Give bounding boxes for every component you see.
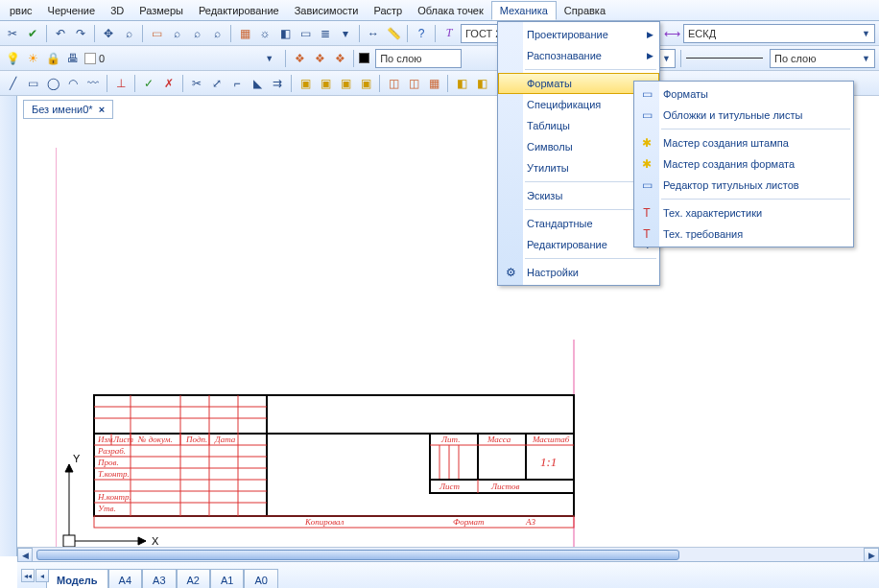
menu-edit[interactable]: Редактирование [191,2,287,19]
submenu-tech-specs[interactable]: TТех. характеристики [634,202,853,223]
menu-settings[interactable]: ⚙Настройки [498,262,659,283]
tool-image-icon[interactable]: ▭ [297,25,314,42]
solid1-icon[interactable]: ◧ [453,75,470,92]
tool-dimension-icon[interactable]: ⟷ [663,25,680,42]
tool-palette-icon[interactable]: ◧ [276,25,294,42]
layer-dropdown-arrow[interactable]: ▼ [261,49,280,68]
menu-design[interactable]: Проектирование▶ [498,24,659,45]
submenu-tech-reqs[interactable]: TТех. требования [634,223,853,245]
tab-nav-first[interactable]: ◂◂ [21,569,35,582]
svg-rect-1 [94,434,574,516]
tool-text-icon[interactable]: T [440,25,458,42]
menu-drawing[interactable]: Черчение [40,2,104,19]
menu-dimensions[interactable]: Размеры [131,2,191,19]
menu-service[interactable]: рвис [2,2,40,19]
draw-circle-icon[interactable]: ◯ [44,75,61,92]
submenu-covers[interactable]: ▭Обложки и титульные листы [634,105,853,126]
color-combo[interactable]: По слою [375,49,462,68]
menu-help[interactable]: Справка [557,2,613,19]
menu-3d[interactable]: 3D [103,2,131,19]
separator [359,25,360,42]
submenu-title-editor[interactable]: ▭Редактор титульных листов [634,175,853,196]
tab-nav-prev[interactable]: ◂ [36,569,49,582]
menu-recognition[interactable]: Распознавание▶ [498,45,659,66]
tool-sun-icon[interactable]: ☀ [24,50,41,67]
menu-constraints[interactable]: Зависимости [287,2,367,19]
tool-checkmark-icon[interactable]: ✔ [24,25,41,42]
edit-fillet-icon[interactable]: ⌐ [228,75,246,92]
view-box1-icon[interactable]: ▣ [297,75,314,92]
tool-layers2-icon[interactable]: ❖ [311,50,328,67]
tool-props-icon[interactable]: ☼ [256,25,273,42]
solid2-icon[interactable]: ◧ [473,75,490,92]
separator [435,25,436,42]
tool-print-icon[interactable]: 🖶 [64,50,82,67]
draw-axis-icon[interactable]: ⊥ [112,75,130,92]
block-icon[interactable]: ◫ [385,75,402,92]
scroll-thumb[interactable] [36,550,679,560]
draw-rect-icon[interactable]: ▭ [24,75,41,92]
tool-help-icon[interactable]: ? [413,25,430,42]
draw-polyline-icon[interactable]: 〰 [84,75,102,92]
tab-a0[interactable]: A0 [244,569,277,588]
separator [285,50,286,67]
tool-down-icon[interactable]: ▾ [337,25,354,42]
menu-mechanics[interactable]: Механика [491,1,557,20]
block2-icon[interactable]: ◫ [405,75,422,92]
view-box2-icon[interactable]: ▣ [317,75,334,92]
tool-zoom-icon[interactable]: ⌕ [168,25,185,42]
draw-line-icon[interactable]: ╱ [4,75,21,92]
menu-point-clouds[interactable]: Облака точек [410,2,491,19]
tool-measure-icon[interactable]: ↔ [365,25,382,42]
tool-redo-icon[interactable]: ↷ [72,25,89,42]
edit-chamfer-icon[interactable]: ◣ [249,75,266,92]
tool-zoom-in-icon[interactable]: ⌕ [208,25,226,42]
chevron-down-icon: ▼ [662,54,671,63]
tool-zoom-window-icon[interactable]: ▭ [148,25,165,42]
color-swatch[interactable] [359,53,369,63]
tab-a2[interactable]: A2 [177,569,210,588]
left-docking-strip[interactable] [0,96,17,556]
tool-bulb-icon[interactable]: 💡 [4,50,21,67]
edit-check-icon[interactable]: ✓ [140,75,157,92]
tab-a1[interactable]: A1 [210,569,244,588]
svg-text:Разраб.: Разраб. [97,446,126,456]
menu-raster[interactable]: Растр [366,2,410,19]
tab-model[interactable]: Модель [46,569,108,588]
view-box3-icon[interactable]: ▣ [337,75,354,92]
tool-layers3-icon[interactable]: ❖ [331,50,348,67]
submenu-stamp-wizard[interactable]: ✱Мастер создания штампа [634,132,853,153]
linetype-combo[interactable]: По слою ▼ [770,49,875,68]
close-icon[interactable]: × [99,104,105,115]
document-tab[interactable]: Без имени0* × [23,100,113,119]
separator [447,75,448,92]
edit-extend-icon[interactable]: ⤢ [208,75,226,92]
block3-icon[interactable]: ▦ [425,75,442,92]
submenu-format-wizard[interactable]: ✱Мастер создания формата [634,153,853,175]
separator [182,75,183,92]
tool-list-icon[interactable]: ≣ [317,25,334,42]
tool-color-swatch[interactable] [84,53,96,64]
tool-lock-icon[interactable]: 🔒 [44,50,61,67]
tool-ruler-icon[interactable]: 📏 [385,25,402,42]
tool-layers-icon[interactable]: ❖ [291,50,308,67]
tab-a3[interactable]: A3 [142,569,176,588]
tool-zoom-extents-icon[interactable]: ⌕ [120,25,137,42]
tool-cut-icon[interactable]: ✂ [4,25,21,42]
scroll-right-button[interactable]: ▶ [864,548,879,562]
tool-grid-icon[interactable]: ▦ [236,25,253,42]
scroll-left-button[interactable]: ◀ [17,548,33,562]
draw-arc-icon[interactable]: ◠ [64,75,82,92]
tool-pan-icon[interactable]: ✥ [100,25,117,42]
tool-undo-icon[interactable]: ↶ [52,25,69,42]
submenu-formats[interactable]: ▭Форматы [634,83,853,105]
dimension-style-combo[interactable]: ЕСКД ▼ [683,24,875,43]
edit-trim-icon[interactable]: ✂ [188,75,205,92]
horizontal-scrollbar[interactable]: ◀ ▶ [17,547,879,561]
view-box4-icon[interactable]: ▣ [357,75,374,92]
tab-a4[interactable]: A4 [108,569,142,588]
tool-zoom-out-icon[interactable]: ⌕ [188,25,205,42]
edit-x-icon[interactable]: ✗ [160,75,178,92]
svg-text:№ докум.: № докум. [137,435,173,444]
edit-offset-icon[interactable]: ⇉ [269,75,286,92]
